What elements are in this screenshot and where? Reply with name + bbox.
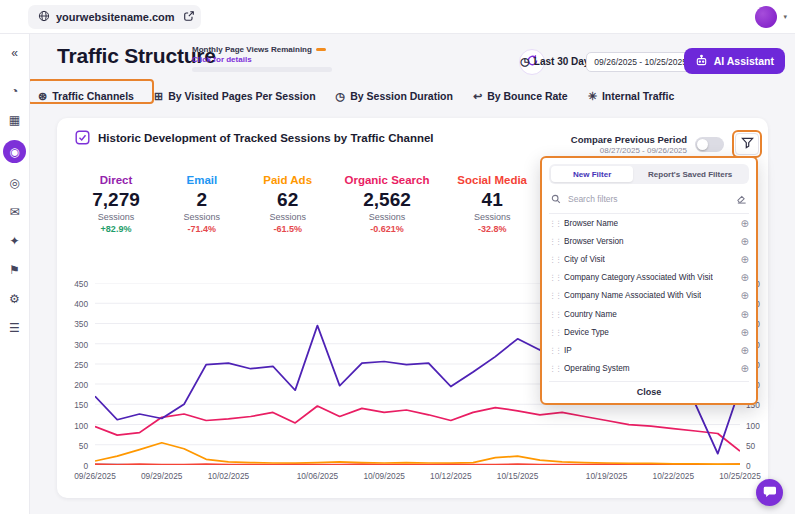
- sidebar-item-privacy[interactable]: ✦: [4, 230, 26, 252]
- drag-handle-icon: ⋮⋮: [549, 255, 558, 264]
- ai-assistant-button[interactable]: AI Assistant: [684, 48, 785, 74]
- sidebar-item-dashboard[interactable]: ◔: [4, 80, 26, 102]
- sidebar-item-visitors-active[interactable]: ◉: [3, 140, 26, 163]
- add-filter-icon[interactable]: ⊕: [741, 309, 749, 320]
- filter-search-row: [549, 184, 749, 214]
- pageviews-progress-bar: [192, 67, 332, 72]
- pageviews-remaining-widget: Monthly Page Views Remaining Click for d…: [192, 45, 342, 72]
- checklist-icon: [75, 130, 90, 149]
- tab-session-duration[interactable]: ◷ By Session Duration: [336, 90, 453, 103]
- filter-item-operating-system[interactable]: ⋮⋮ Operating System ⊕: [549, 360, 749, 378]
- open-website-button[interactable]: [177, 5, 201, 29]
- filter-item-device-type[interactable]: ⋮⋮ Device Type ⊕: [549, 323, 749, 341]
- drag-handle-icon: ⋮⋮: [549, 346, 558, 355]
- internal-traffic-icon: ✳: [588, 90, 597, 103]
- sidebar-collapse-icon[interactable]: «: [11, 46, 18, 60]
- stat-email[interactable]: Email 2 Sessions -71.4%: [173, 174, 231, 234]
- filter-item-ip[interactable]: ⋮⋮ IP ⊕: [549, 341, 749, 359]
- avatar-chevron-icon: ▾: [783, 13, 787, 21]
- channel-stats-row: Direct 7,279 Sessions +82.9% Email 2 Ses…: [87, 174, 527, 234]
- compare-previous-period: Compare Previous Period 08/27/2025 - 09/…: [571, 134, 687, 155]
- annotation-box-filter-button: [732, 130, 762, 158]
- drag-handle-icon: ⋮⋮: [549, 310, 558, 319]
- topbar: yourwebsitename.com ▾ ▾: [0, 0, 795, 34]
- filter-item-browser-version[interactable]: ⋮⋮ Browser Version ⊕: [549, 232, 749, 250]
- x-axis-labels: 09/26/202509/29/202510/02/202510/06/2025…: [95, 471, 740, 483]
- pageviews-details-link[interactable]: Click for details: [192, 55, 342, 64]
- add-filter-icon[interactable]: ⊕: [741, 218, 749, 229]
- stat-organic-search[interactable]: Organic Search 2,562 Sessions -0.621%: [344, 174, 429, 234]
- traffic-channels-icon: ⊛: [38, 90, 47, 103]
- tab-internal-traffic[interactable]: ✳ Internal Traffic: [588, 90, 675, 103]
- filter-tab-new[interactable]: New Filter: [551, 166, 633, 182]
- website-selector[interactable]: yourwebsitename.com ▾: [28, 5, 195, 29]
- y-axis-left: 450400350300250200150100500: [67, 283, 93, 465]
- sidebar-item-modules[interactable]: ▦: [4, 109, 26, 131]
- filter-item-country-name[interactable]: ⋮⋮ Country Name ⊕: [549, 305, 749, 323]
- tab-traffic-channels[interactable]: ⊛ Traffic Channels: [38, 90, 134, 103]
- clear-filters-icon[interactable]: [736, 190, 747, 208]
- drag-handle-icon: ⋮⋮: [549, 219, 558, 228]
- chat-support-button[interactable]: [756, 479, 783, 506]
- report-tabs: ⊛ Traffic Channels ⊞ By Visited Pages Pe…: [38, 85, 674, 107]
- drag-handle-icon: ⋮⋮: [549, 328, 558, 337]
- drag-handle-icon: ⋮⋮: [549, 364, 558, 373]
- robot-icon: [695, 54, 708, 69]
- external-link-icon: [183, 10, 195, 25]
- filter-item-browser-name[interactable]: ⋮⋮ Browser Name ⊕: [549, 214, 749, 232]
- date-range-display[interactable]: 09/26/2025 - 10/25/2025: [586, 52, 695, 72]
- sidebar-item-segments[interactable]: ◎: [4, 172, 26, 194]
- stat-direct[interactable]: Direct 7,279 Sessions +82.9%: [87, 174, 145, 234]
- website-name: yourwebsitename.com: [56, 11, 175, 23]
- search-icon: [551, 190, 561, 208]
- sidebar: « ◔ ▦ ◉ ◎ ✉ ✦ ⚑ ⚙ ☰: [0, 34, 30, 514]
- drag-handle-icon: ⋮⋮: [549, 237, 558, 246]
- filter-tab-saved[interactable]: Report's Saved Filters: [633, 166, 747, 182]
- session-duration-icon: ◷: [336, 90, 346, 103]
- sidebar-item-messages[interactable]: ✉: [4, 201, 26, 223]
- filter-panel-close-button[interactable]: Close: [549, 381, 749, 399]
- filter-item-city-of-visit[interactable]: ⋮⋮ City of Visit ⊕: [549, 250, 749, 268]
- chart-title: Historic Development of Tracked Sessions…: [98, 132, 434, 144]
- filter-search-input[interactable]: [566, 193, 731, 205]
- compare-toggle[interactable]: [695, 137, 724, 152]
- stat-social-media[interactable]: Social Media 41 Sessions -32.8%: [457, 174, 527, 234]
- filter-item-company-category[interactable]: ⋮⋮ Company Category Associated With Visi…: [549, 269, 749, 287]
- tab-visited-pages-per-session[interactable]: ⊞ By Visited Pages Per Session: [154, 90, 316, 103]
- date-period-selector[interactable]: ◷ Last 30 Days: [520, 55, 595, 68]
- clock-icon: ◷: [520, 55, 530, 68]
- avatar[interactable]: [755, 6, 777, 28]
- globe-icon: [38, 10, 50, 24]
- add-filter-icon[interactable]: ⊕: [741, 290, 749, 301]
- toggle-knob: [697, 139, 708, 150]
- pages-per-session-icon: ⊞: [154, 90, 163, 103]
- filter-button[interactable]: [735, 133, 759, 155]
- filter-panel-tabs: New Filter Report's Saved Filters: [549, 164, 749, 184]
- stat-paid-ads[interactable]: Paid Ads 62 Sessions -61.5%: [259, 174, 317, 234]
- drag-handle-icon: ⋮⋮: [549, 273, 558, 282]
- add-filter-icon[interactable]: ⊕: [741, 363, 749, 374]
- compare-range: 08/27/2025 - 09/26/2025: [571, 146, 687, 155]
- add-filter-icon[interactable]: ⊕: [741, 236, 749, 247]
- pageviews-usage-indicator: [316, 48, 326, 51]
- funnel-icon: [741, 136, 754, 152]
- tab-bounce-rate[interactable]: ↩ By Bounce Rate: [473, 90, 568, 103]
- sidebar-item-settings[interactable]: ⚙: [4, 288, 26, 310]
- bounce-rate-icon: ↩: [473, 90, 482, 103]
- add-filter-icon[interactable]: ⊕: [741, 254, 749, 265]
- chat-bubble-icon: [763, 485, 776, 501]
- filter-panel: New Filter Report's Saved Filters ⋮⋮ Bro…: [540, 156, 758, 405]
- pageviews-remaining-label: Monthly Page Views Remaining: [192, 45, 342, 54]
- sidebar-item-campaigns[interactable]: ⚑: [4, 259, 26, 281]
- add-filter-icon[interactable]: ⊕: [741, 272, 749, 283]
- sidebar-item-apps[interactable]: ☰: [4, 317, 26, 339]
- add-filter-icon[interactable]: ⊕: [741, 345, 749, 356]
- filter-item-company-name[interactable]: ⋮⋮ Company Name Associated With Visit ⊕: [549, 287, 749, 305]
- add-filter-icon[interactable]: ⊕: [741, 327, 749, 338]
- drag-handle-icon: ⋮⋮: [549, 291, 558, 300]
